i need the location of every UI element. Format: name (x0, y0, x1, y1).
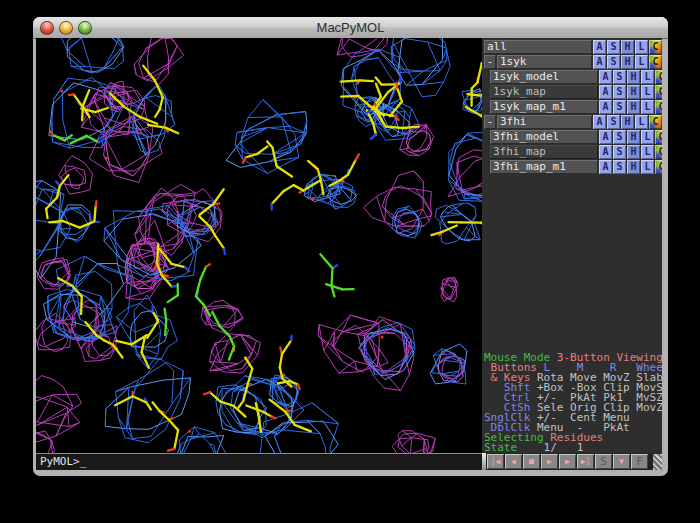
action-a-button[interactable]: A (593, 55, 606, 69)
go-to-start-button[interactable]: |◀ (487, 454, 504, 469)
command-line[interactable]: PyMOL>_ (36, 453, 482, 470)
object-name-area: 3fhi_model (484, 130, 598, 144)
step-forward-button[interactable]: ▶ (559, 454, 576, 469)
action-l-button[interactable]: L (641, 145, 654, 159)
object-name-area: -3fhi (484, 115, 592, 129)
object-row-3fhi_map_m1: 3fhi_map_m1ASHLC (482, 160, 662, 174)
step-back-button[interactable]: ◀ (505, 454, 522, 469)
command-cursor: _ (80, 455, 87, 468)
object-name-button[interactable]: 3fhi (497, 115, 592, 129)
object-row-1syk_map: 1syk_mapASHLC (482, 85, 662, 99)
go-to-end-button[interactable]: ▶| (577, 454, 594, 469)
viewport-column: PyMOL>_ (36, 38, 482, 470)
action-l-button[interactable]: L (641, 70, 654, 84)
object-row-3fhi_model: 3fhi_modelASHLC (482, 130, 662, 144)
object-name-button[interactable]: 3fhi_map_m1 (490, 160, 598, 174)
action-h-button[interactable]: H (621, 115, 634, 129)
object-name-area: 1syk_map (484, 85, 598, 99)
object-name-button[interactable]: 3fhi_map (490, 145, 598, 159)
object-row-all: allASHLC (482, 40, 662, 54)
action-s-button[interactable]: S (607, 115, 620, 129)
window-content: PyMOL>_ allASHLC-1sykASHLC1syk_modelASHL… (36, 38, 662, 470)
action-a-button[interactable]: A (599, 130, 612, 144)
object-name-area: all (484, 40, 592, 54)
page-background: { "window": { "title": "MacPyMOL" }, "co… (0, 0, 700, 523)
action-c-button[interactable]: C (649, 40, 662, 54)
group-collapse-toggle[interactable]: - (484, 115, 496, 129)
action-s-button[interactable]: S (607, 40, 620, 54)
object-name-button[interactable]: 1syk_map (490, 85, 598, 99)
object-name-button[interactable]: 3fhi_model (490, 130, 598, 144)
action-l-button[interactable]: L (635, 40, 648, 54)
object-name-area: 1syk_model (484, 70, 598, 84)
action-s-button[interactable]: S (613, 145, 626, 159)
object-panel: allASHLC-1sykASHLC1syk_modelASHLC1syk_ma… (482, 38, 662, 175)
viewport-3d[interactable] (36, 38, 482, 453)
action-h-button[interactable]: H (621, 40, 634, 54)
play-button[interactable]: ▶ (541, 454, 558, 469)
object-name-area: 3fhi_map_m1 (484, 160, 598, 174)
object-action-buttons: ASHLC (598, 130, 662, 144)
menu-button[interactable]: ▼ (613, 454, 630, 469)
action-l-button[interactable]: L (641, 100, 654, 114)
action-h-button[interactable]: H (627, 130, 640, 144)
object-action-buttons: ASHLC (592, 115, 662, 129)
state-line[interactable]: State 1/ 1 (484, 443, 662, 453)
action-s-button[interactable]: S (607, 55, 620, 69)
object-name-button[interactable]: 1syk (497, 55, 592, 69)
action-a-button[interactable]: A (599, 85, 612, 99)
action-h-button[interactable]: H (627, 85, 640, 99)
action-h-button[interactable]: H (627, 145, 640, 159)
scene-button[interactable]: S (595, 454, 612, 469)
playback-bar: |◀◀■▶▶▶|S▼F (482, 453, 662, 470)
mouse-panel: Mouse Mode 3-Button Viewing Buttons L M … (482, 353, 662, 453)
action-h-button[interactable]: H (627, 70, 640, 84)
group-collapse-toggle[interactable]: - (484, 55, 496, 69)
action-a-button[interactable]: A (599, 70, 612, 84)
action-c-button[interactable]: C (655, 100, 662, 114)
action-c-button[interactable]: C (655, 145, 662, 159)
action-l-button[interactable]: L (641, 160, 654, 174)
action-a-button[interactable]: A (593, 115, 606, 129)
action-a-button[interactable]: A (599, 160, 612, 174)
resize-grip[interactable] (653, 454, 662, 470)
action-c-button[interactable]: C (655, 130, 662, 144)
action-c-button[interactable]: C (655, 70, 662, 84)
object-action-buttons: ASHLC (598, 145, 662, 159)
action-a-button[interactable]: A (599, 145, 612, 159)
action-l-button[interactable]: L (641, 130, 654, 144)
object-row-3fhi_map: 3fhi_mapASHLC (482, 145, 662, 159)
window-title: MacPyMOL (33, 20, 668, 35)
action-s-button[interactable]: S (613, 160, 626, 174)
action-s-button[interactable]: S (613, 85, 626, 99)
fullscreen-button[interactable]: F (631, 454, 648, 469)
action-h-button[interactable]: H (621, 55, 634, 69)
action-a-button[interactable]: A (593, 40, 606, 54)
action-a-button[interactable]: A (599, 100, 612, 114)
action-h-button[interactable]: H (627, 160, 640, 174)
action-h-button[interactable]: H (627, 100, 640, 114)
object-action-buttons: ASHLC (598, 160, 662, 174)
object-row-1syk: -1sykASHLC (482, 55, 662, 69)
object-name-button[interactable]: 1syk_map_m1 (490, 100, 598, 114)
action-c-button[interactable]: C (649, 115, 662, 129)
titlebar[interactable]: MacPyMOL (33, 17, 668, 39)
object-action-buttons: ASHLC (598, 100, 662, 114)
object-name-area: 3fhi_map (484, 145, 598, 159)
action-c-button[interactable]: C (655, 160, 662, 174)
action-l-button[interactable]: L (635, 115, 648, 129)
object-name-button[interactable]: 1syk_model (490, 70, 598, 84)
action-l-button[interactable]: L (641, 85, 654, 99)
stop-button[interactable]: ■ (523, 454, 540, 469)
action-s-button[interactable]: S (613, 130, 626, 144)
action-s-button[interactable]: S (613, 70, 626, 84)
action-c-button[interactable]: C (655, 85, 662, 99)
object-name-area: -1syk (484, 55, 592, 69)
action-c-button[interactable]: C (649, 55, 662, 69)
object-action-buttons: ASHLC (598, 85, 662, 99)
action-l-button[interactable]: L (635, 55, 648, 69)
command-prompt: PyMOL> (40, 455, 80, 468)
object-row-1syk_map_m1: 1syk_map_m1ASHLC (482, 100, 662, 114)
object-name-button[interactable]: all (484, 40, 592, 54)
action-s-button[interactable]: S (613, 100, 626, 114)
